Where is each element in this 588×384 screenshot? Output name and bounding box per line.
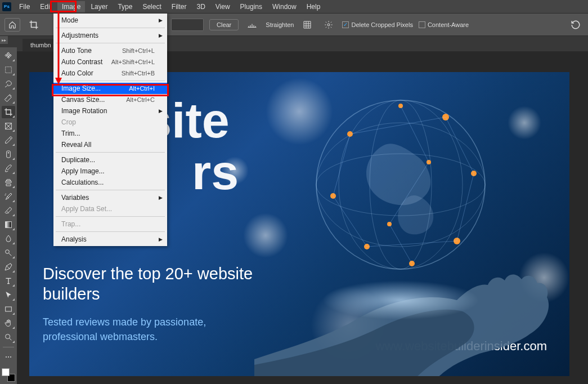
svg-rect-1	[6, 67, 12, 73]
menu-view[interactable]: View	[211, 1, 235, 12]
svg-rect-4	[6, 222, 12, 228]
menu-item-crop: Crop	[53, 117, 167, 128]
menu-item-auto-contrast[interactable]: Auto ContrastAlt+Shift+Ctrl+L	[53, 56, 167, 68]
menu-item-auto-tone[interactable]: Auto ToneShift+Ctrl+L	[53, 45, 167, 56]
menu-help[interactable]: Help	[302, 1, 325, 12]
menu-item-auto-color[interactable]: Auto ColorShift+Ctrl+B	[53, 68, 167, 79]
menu-item-image-size[interactable]: Image Size...Alt+Ctrl+I	[53, 83, 167, 94]
straighten-icon[interactable]	[244, 18, 260, 32]
menu-item-trim[interactable]: Trim...	[53, 128, 167, 139]
clone-stamp-tool[interactable]	[2, 176, 15, 189]
menu-item-image-rotation[interactable]: Image Rotation▶	[53, 105, 167, 117]
menu-item-mode[interactable]: Mode▶	[53, 15, 167, 26]
reset-button[interactable]	[568, 18, 583, 32]
svg-line-30	[333, 196, 367, 247]
edit-toolbar-button[interactable]	[2, 351, 15, 363]
menu-item-duplicate[interactable]: Duplicate...	[53, 154, 167, 166]
menu-item-trap: Trap...	[53, 218, 167, 230]
crop-tool[interactable]	[2, 106, 15, 118]
history-brush-tool[interactable]	[2, 190, 15, 203]
spot-heal-tool[interactable]	[2, 148, 15, 160]
menu-select[interactable]: Select	[138, 1, 165, 12]
grid-overlay-button[interactable]	[299, 18, 315, 32]
menu-plugins[interactable]: Plugins	[236, 1, 267, 12]
marquee-tool[interactable]	[2, 64, 15, 76]
dodge-tool[interactable]	[2, 247, 15, 259]
menu-item-adjustments[interactable]: Adjustments▶	[53, 30, 167, 41]
menu-type[interactable]: Type	[113, 1, 137, 12]
menu-window[interactable]: Window	[268, 1, 301, 12]
tools-panel	[0, 47, 17, 384]
menu-edit[interactable]: Edit	[35, 1, 56, 12]
menu-image[interactable]: Image	[57, 1, 85, 12]
svg-point-7	[6, 334, 10, 339]
menu-item-analysis[interactable]: Analysis▶	[53, 234, 167, 245]
svg-point-10	[10, 356, 11, 358]
svg-point-0	[327, 24, 330, 26]
svg-point-5	[6, 250, 10, 254]
canvas-subtitle: Discover the top 20+ website builders	[43, 264, 262, 305]
svg-rect-6	[6, 307, 12, 311]
image-menu-dropdown: Mode▶ Adjustments▶ Auto ToneShift+Ctrl+L…	[53, 14, 167, 246]
menu-item-apply-image[interactable]: Apply Image...	[53, 166, 167, 177]
straighten-label: Straighten	[266, 21, 294, 28]
gradient-tool[interactable]	[2, 218, 15, 231]
app-logo: Ps	[2, 2, 11, 11]
content-aware-checkbox[interactable]	[419, 21, 425, 28]
menu-item-apply-data-set: Apply Data Set...	[53, 203, 167, 215]
crop-tool-icon[interactable]	[26, 18, 42, 32]
svg-line-26	[350, 117, 446, 134]
delete-cropped-checkbox[interactable]	[342, 21, 349, 28]
eyedropper-tool[interactable]	[2, 134, 15, 146]
frame-tool[interactable]	[2, 120, 15, 132]
lasso-tool[interactable]	[2, 78, 15, 90]
pen-tool[interactable]	[2, 261, 15, 273]
magic-wand-tool[interactable]	[2, 92, 15, 104]
foreground-color-swatch[interactable]	[2, 368, 10, 376]
svg-point-8	[6, 356, 7, 358]
menu-3d[interactable]: 3D	[192, 1, 209, 12]
path-select-tool[interactable]	[2, 289, 15, 301]
menu-item-calculations[interactable]: Calculations...	[53, 177, 167, 188]
menu-bar: Ps File Edit Image Layer Type Select Fil…	[0, 0, 588, 14]
svg-point-9	[8, 356, 9, 358]
content-aware-option[interactable]: Content-Aware	[419, 21, 469, 28]
menu-item-canvas-size[interactable]: Canvas Size...Alt+Ctrl+C	[53, 94, 167, 105]
clear-button[interactable]: Clear	[209, 19, 239, 30]
home-button[interactable]	[5, 18, 20, 32]
svg-line-27	[446, 117, 474, 173]
move-tool[interactable]	[2, 50, 15, 62]
eraser-tool[interactable]	[2, 204, 15, 217]
type-tool[interactable]	[2, 275, 15, 287]
menu-item-variables[interactable]: Variables▶	[53, 192, 167, 203]
hand-tool[interactable]	[2, 317, 15, 329]
delete-cropped-option[interactable]: Delete Cropped Pixels	[342, 21, 412, 28]
rectangle-tool[interactable]	[2, 303, 15, 315]
color-swatches[interactable]	[2, 368, 15, 382]
panel-expand-handle[interactable]: ▸▸	[0, 36, 8, 44]
home-icon	[8, 21, 16, 29]
menu-file[interactable]: File	[15, 1, 34, 12]
menu-layer[interactable]: Layer	[86, 1, 112, 12]
brush-tool[interactable]	[2, 162, 15, 175]
crop-ratio-field[interactable]	[171, 19, 204, 31]
menu-item-reveal-all[interactable]: Reveal All	[53, 139, 167, 150]
crop-settings-button[interactable]	[321, 18, 336, 32]
zoom-tool[interactable]	[2, 331, 15, 343]
svg-rect-3	[7, 151, 11, 158]
menu-filter[interactable]: Filter	[167, 1, 191, 12]
blur-tool[interactable]	[2, 233, 15, 245]
canvas-tagline: Tested reviews made by passionate, profe…	[43, 315, 262, 344]
